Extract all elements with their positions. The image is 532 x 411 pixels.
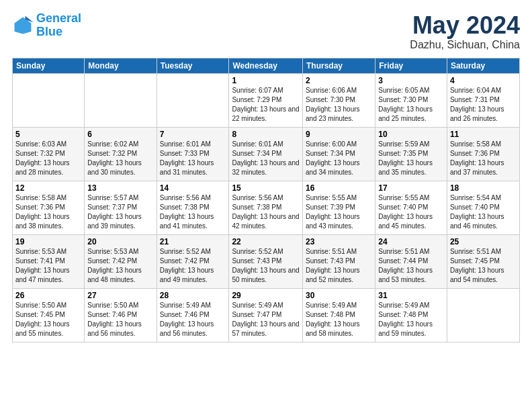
day-info: Sunrise: 5:58 AMSunset: 7:36 PMDaylight:…	[15, 193, 81, 231]
day-number: 17	[378, 183, 444, 193]
calendar-cell: 8Sunrise: 6:01 AMSunset: 7:34 PMDaylight…	[229, 127, 303, 181]
day-info: Sunrise: 5:49 AMSunset: 7:48 PMDaylight:…	[378, 301, 444, 338]
calendar-body: 1Sunrise: 6:07 AMSunset: 7:29 PMDaylight…	[13, 73, 520, 342]
calendar-cell: 9Sunrise: 6:00 AMSunset: 7:34 PMDaylight…	[302, 127, 375, 181]
day-info: Sunrise: 6:06 AMSunset: 7:30 PMDaylight:…	[306, 86, 372, 124]
day-number: 11	[450, 130, 517, 139]
day-info: Sunrise: 5:49 AMSunset: 7:47 PMDaylight:…	[232, 301, 300, 338]
day-info: Sunrise: 5:52 AMSunset: 7:42 PMDaylight:…	[160, 247, 226, 285]
day-info: Sunrise: 5:51 AMSunset: 7:45 PMDaylight:…	[450, 247, 517, 285]
calendar-cell: 19Sunrise: 5:53 AMSunset: 7:41 PMDayligh…	[13, 234, 85, 288]
day-number: 29	[232, 291, 300, 300]
calendar-cell: 21Sunrise: 5:52 AMSunset: 7:42 PMDayligh…	[157, 234, 229, 288]
calendar-cell	[447, 288, 519, 342]
calendar-cell: 27Sunrise: 5:50 AMSunset: 7:46 PMDayligh…	[85, 288, 157, 342]
calendar-cell: 11Sunrise: 5:58 AMSunset: 7:36 PMDayligh…	[447, 127, 519, 181]
weekday-header-thursday: Thursday	[302, 58, 375, 73]
day-info: Sunrise: 5:58 AMSunset: 7:36 PMDaylight:…	[450, 140, 517, 177]
calendar-cell: 16Sunrise: 5:55 AMSunset: 7:39 PMDayligh…	[302, 181, 375, 234]
day-info: Sunrise: 6:01 AMSunset: 7:34 PMDaylight:…	[232, 140, 300, 177]
day-number: 30	[306, 291, 372, 300]
day-info: Sunrise: 6:04 AMSunset: 7:31 PMDaylight:…	[450, 86, 517, 124]
day-number: 20	[87, 237, 153, 246]
logo-icon	[12, 15, 34, 36]
day-number: 15	[232, 183, 300, 193]
day-number: 2	[306, 76, 372, 85]
day-number: 10	[378, 130, 444, 139]
day-number: 7	[160, 130, 226, 139]
calendar-cell: 3Sunrise: 6:05 AMSunset: 7:30 PMDaylight…	[375, 73, 447, 127]
day-number: 5	[15, 130, 81, 139]
weekday-header-monday: Monday	[85, 58, 157, 73]
day-info: Sunrise: 5:57 AMSunset: 7:37 PMDaylight:…	[87, 193, 153, 231]
logo-blue: Blue	[36, 25, 62, 38]
calendar-cell: 4Sunrise: 6:04 AMSunset: 7:31 PMDaylight…	[447, 73, 519, 127]
day-info: Sunrise: 5:54 AMSunset: 7:40 PMDaylight:…	[450, 193, 517, 231]
calendar-cell: 29Sunrise: 5:49 AMSunset: 7:47 PMDayligh…	[229, 288, 303, 342]
day-number: 4	[450, 76, 517, 85]
day-info: Sunrise: 5:49 AMSunset: 7:48 PMDaylight:…	[306, 301, 372, 338]
day-info: Sunrise: 6:03 AMSunset: 7:32 PMDaylight:…	[15, 140, 81, 177]
calendar-cell	[13, 73, 85, 127]
day-number: 26	[15, 291, 81, 300]
day-info: Sunrise: 5:56 AMSunset: 7:38 PMDaylight:…	[232, 193, 300, 231]
weekday-header-tuesday: Tuesday	[157, 58, 229, 73]
calendar-cell: 6Sunrise: 6:02 AMSunset: 7:32 PMDaylight…	[85, 127, 157, 181]
day-info: Sunrise: 5:56 AMSunset: 7:38 PMDaylight:…	[160, 193, 226, 231]
day-info: Sunrise: 5:55 AMSunset: 7:39 PMDaylight:…	[306, 193, 372, 231]
day-number: 19	[15, 237, 81, 246]
calendar-cell: 24Sunrise: 5:51 AMSunset: 7:44 PMDayligh…	[375, 234, 447, 288]
day-info: Sunrise: 5:51 AMSunset: 7:43 PMDaylight:…	[306, 247, 372, 285]
day-number: 25	[450, 237, 517, 246]
day-info: Sunrise: 5:53 AMSunset: 7:41 PMDaylight:…	[15, 247, 81, 285]
subtitle: Dazhu, Sichuan, China	[410, 39, 520, 51]
logo: General Blue	[12, 12, 81, 39]
day-number: 1	[232, 76, 300, 85]
day-number: 22	[232, 237, 300, 246]
day-number: 9	[306, 130, 372, 139]
day-info: Sunrise: 6:02 AMSunset: 7:32 PMDaylight:…	[87, 140, 153, 177]
day-info: Sunrise: 5:52 AMSunset: 7:43 PMDaylight:…	[232, 247, 300, 285]
day-info: Sunrise: 5:55 AMSunset: 7:40 PMDaylight:…	[378, 193, 444, 231]
calendar-cell: 17Sunrise: 5:55 AMSunset: 7:40 PMDayligh…	[375, 181, 447, 234]
day-number: 16	[306, 183, 372, 193]
calendar-cell: 31Sunrise: 5:49 AMSunset: 7:48 PMDayligh…	[375, 288, 447, 342]
calendar-cell: 10Sunrise: 5:59 AMSunset: 7:35 PMDayligh…	[375, 127, 447, 181]
calendar-cell: 20Sunrise: 5:53 AMSunset: 7:42 PMDayligh…	[85, 234, 157, 288]
calendar-cell: 18Sunrise: 5:54 AMSunset: 7:40 PMDayligh…	[447, 181, 519, 234]
calendar-week-5: 26Sunrise: 5:50 AMSunset: 7:45 PMDayligh…	[13, 288, 520, 342]
weekday-header-wednesday: Wednesday	[229, 58, 303, 73]
calendar-week-1: 1Sunrise: 6:07 AMSunset: 7:29 PMDaylight…	[13, 73, 520, 127]
day-number: 6	[87, 130, 153, 139]
calendar-cell: 5Sunrise: 6:03 AMSunset: 7:32 PMDaylight…	[13, 127, 85, 181]
calendar-cell: 15Sunrise: 5:56 AMSunset: 7:38 PMDayligh…	[229, 181, 303, 234]
calendar-cell: 22Sunrise: 5:52 AMSunset: 7:43 PMDayligh…	[229, 234, 303, 288]
day-number: 27	[87, 291, 153, 300]
calendar-cell: 14Sunrise: 5:56 AMSunset: 7:38 PMDayligh…	[157, 181, 229, 234]
calendar-cell: 1Sunrise: 6:07 AMSunset: 7:29 PMDaylight…	[229, 73, 303, 127]
calendar-cell: 25Sunrise: 5:51 AMSunset: 7:45 PMDayligh…	[447, 234, 519, 288]
weekday-header-saturday: Saturday	[447, 58, 519, 73]
weekday-header-row: SundayMondayTuesdayWednesdayThursdayFrid…	[13, 58, 520, 73]
day-number: 13	[87, 183, 153, 193]
calendar-cell	[157, 73, 229, 127]
logo-text: General Blue	[36, 12, 81, 39]
day-number: 23	[306, 237, 372, 246]
calendar-header: SundayMondayTuesdayWednesdayThursdayFrid…	[13, 58, 520, 73]
calendar-week-4: 19Sunrise: 5:53 AMSunset: 7:41 PMDayligh…	[13, 234, 520, 288]
calendar-cell: 2Sunrise: 6:06 AMSunset: 7:30 PMDaylight…	[302, 73, 375, 127]
day-number: 21	[160, 237, 226, 246]
day-info: Sunrise: 6:00 AMSunset: 7:34 PMDaylight:…	[306, 140, 372, 177]
day-info: Sunrise: 5:49 AMSunset: 7:46 PMDaylight:…	[160, 301, 226, 338]
day-info: Sunrise: 6:05 AMSunset: 7:30 PMDaylight:…	[378, 86, 444, 124]
calendar-cell: 30Sunrise: 5:49 AMSunset: 7:48 PMDayligh…	[302, 288, 375, 342]
calendar-week-3: 12Sunrise: 5:58 AMSunset: 7:36 PMDayligh…	[13, 181, 520, 234]
calendar-cell: 12Sunrise: 5:58 AMSunset: 7:36 PMDayligh…	[13, 181, 85, 234]
day-number: 28	[160, 291, 226, 300]
calendar-cell: 23Sunrise: 5:51 AMSunset: 7:43 PMDayligh…	[302, 234, 375, 288]
day-number: 12	[15, 183, 81, 193]
calendar-cell	[85, 73, 157, 127]
day-number: 8	[232, 130, 300, 139]
day-info: Sunrise: 5:50 AMSunset: 7:45 PMDaylight:…	[15, 301, 81, 338]
day-number: 24	[378, 237, 444, 246]
